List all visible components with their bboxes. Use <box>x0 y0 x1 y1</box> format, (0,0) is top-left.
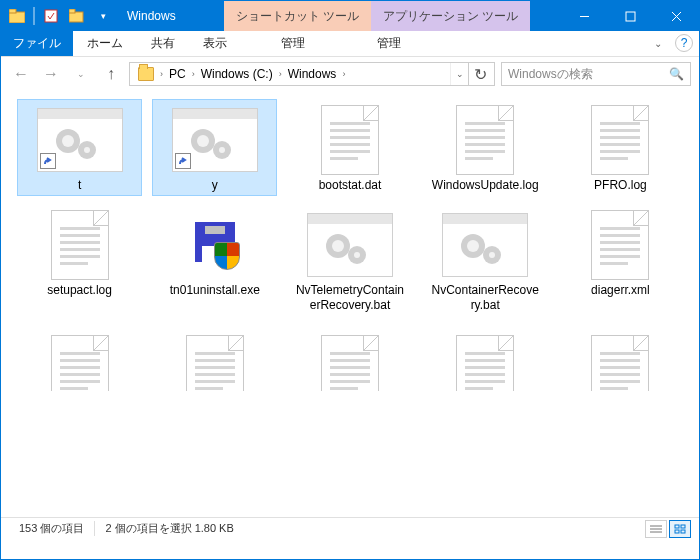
file-item[interactable]: bootstat.dat <box>287 99 412 196</box>
ribbon-expand-icon[interactable]: ⌄ <box>647 31 669 56</box>
svg-rect-13 <box>681 525 685 528</box>
application-tools-tab[interactable]: アプリケーション ツール <box>371 1 530 31</box>
breadcrumb-pc[interactable]: PC <box>163 67 192 81</box>
file-item[interactable] <box>287 324 412 392</box>
file-label: WindowsUpdate.log <box>432 178 539 193</box>
file-item[interactable]: t <box>17 99 142 196</box>
status-bar: 153 個の項目 2 個の項目を選択 1.80 KB <box>1 517 699 539</box>
file-item[interactable] <box>423 324 548 392</box>
file-item[interactable]: tn01uninstall.exe <box>152 204 277 316</box>
status-item-count: 153 個の項目 <box>9 521 94 536</box>
svg-rect-4 <box>69 9 75 13</box>
file-thumbnail <box>170 106 260 174</box>
file-thumbnail <box>440 331 530 389</box>
file-item[interactable]: NvTelemetryContainerRecovery.bat <box>287 204 412 316</box>
file-item[interactable]: diagerr.xml <box>558 204 683 316</box>
breadcrumb-folder[interactable]: Windows <box>282 67 343 81</box>
ribbon-tabs: ファイル ホーム 共有 表示 管理 管理 ⌄ ? <box>1 31 699 57</box>
quick-access-toolbar: ▾ <box>1 1 119 31</box>
file-label: setupact.log <box>47 283 112 298</box>
forward-button[interactable]: → <box>39 62 63 86</box>
svg-rect-1 <box>9 9 16 13</box>
file-thumbnail <box>575 211 665 279</box>
home-tab[interactable]: ホーム <box>73 31 137 56</box>
manage-tab-shortcut[interactable]: 管理 <box>245 35 341 52</box>
recent-dropdown[interactable]: ⌄ <box>69 62 93 86</box>
folder-icon <box>132 67 160 81</box>
search-placeholder: Windowsの検索 <box>508 66 593 83</box>
chevron-right-icon[interactable]: › <box>342 69 345 79</box>
icons-view-button[interactable] <box>669 520 691 538</box>
search-input[interactable]: Windowsの検索 🔍 <box>501 62 691 86</box>
file-thumbnail <box>305 331 395 389</box>
qat-separator <box>33 7 35 25</box>
new-folder-icon[interactable] <box>67 6 87 26</box>
svg-rect-2 <box>45 10 57 22</box>
file-item[interactable] <box>558 324 683 392</box>
window-controls <box>561 1 699 31</box>
file-label: diagerr.xml <box>591 283 650 298</box>
file-label: y <box>212 178 218 193</box>
up-button[interactable]: ↑ <box>99 62 123 86</box>
file-thumbnail <box>305 106 395 174</box>
file-thumbnail <box>440 106 530 174</box>
navigation-row: ← → ⌄ ↑ › PC › Windows (C:) › Windows › … <box>1 57 699 91</box>
folder-icon <box>7 6 27 26</box>
qat-dropdown-icon[interactable]: ▾ <box>93 6 113 26</box>
shortcut-tools-tab[interactable]: ショートカット ツール <box>224 1 371 31</box>
file-thumbnail <box>35 106 125 174</box>
svg-rect-14 <box>675 530 679 533</box>
window-title: Windows <box>119 1 184 31</box>
file-label: t <box>78 178 81 193</box>
search-icon: 🔍 <box>669 67 684 81</box>
contextual-tool-tabs: ショートカット ツール アプリケーション ツール <box>224 1 531 31</box>
address-dropdown-icon[interactable]: ⌄ <box>450 63 468 85</box>
share-tab[interactable]: 共有 <box>137 31 189 56</box>
file-item[interactable]: setupact.log <box>17 204 142 316</box>
svg-rect-0 <box>9 12 25 23</box>
file-thumbnail <box>170 211 260 279</box>
file-label: NvContainerRecovery.bat <box>430 283 540 313</box>
view-tab[interactable]: 表示 <box>189 31 241 56</box>
file-label: tn01uninstall.exe <box>170 283 260 298</box>
file-thumbnail <box>35 211 125 279</box>
status-selection: 2 個の項目を選択 1.80 KB <box>94 521 243 536</box>
breadcrumb-drive[interactable]: Windows (C:) <box>195 67 279 81</box>
svg-rect-12 <box>675 525 679 528</box>
svg-rect-15 <box>681 530 685 533</box>
address-bar[interactable]: › PC › Windows (C:) › Windows › ⌄ ↻ <box>129 62 495 86</box>
refresh-icon[interactable]: ↻ <box>468 63 492 85</box>
manage-tab-app[interactable]: 管理 <box>341 35 437 52</box>
file-item[interactable] <box>152 324 277 392</box>
file-thumbnail <box>305 211 395 279</box>
minimize-button[interactable] <box>561 1 607 31</box>
file-view[interactable]: tybootstat.datWindowsUpdate.logPFRO.logs… <box>1 91 699 539</box>
file-thumbnail <box>575 106 665 174</box>
file-item[interactable]: y <box>152 99 277 196</box>
file-item[interactable] <box>17 324 142 392</box>
file-thumbnail <box>170 331 260 389</box>
file-tab[interactable]: ファイル <box>1 31 73 56</box>
file-thumbnail <box>575 331 665 389</box>
help-icon[interactable]: ? <box>675 34 693 52</box>
file-label: NvTelemetryContainerRecovery.bat <box>295 283 405 313</box>
titlebar: ▾ Windows ショートカット ツール アプリケーション ツール <box>1 1 699 31</box>
maximize-button[interactable] <box>607 1 653 31</box>
file-item[interactable]: NvContainerRecovery.bat <box>423 204 548 316</box>
file-thumbnail <box>35 331 125 389</box>
details-view-button[interactable] <box>645 520 667 538</box>
file-item[interactable]: WindowsUpdate.log <box>423 99 548 196</box>
close-button[interactable] <box>653 1 699 31</box>
file-label: PFRO.log <box>594 178 647 193</box>
file-item[interactable]: PFRO.log <box>558 99 683 196</box>
back-button[interactable]: ← <box>9 62 33 86</box>
svg-rect-6 <box>626 12 635 21</box>
properties-icon[interactable] <box>41 6 61 26</box>
file-thumbnail <box>440 211 530 279</box>
file-label: bootstat.dat <box>319 178 382 193</box>
